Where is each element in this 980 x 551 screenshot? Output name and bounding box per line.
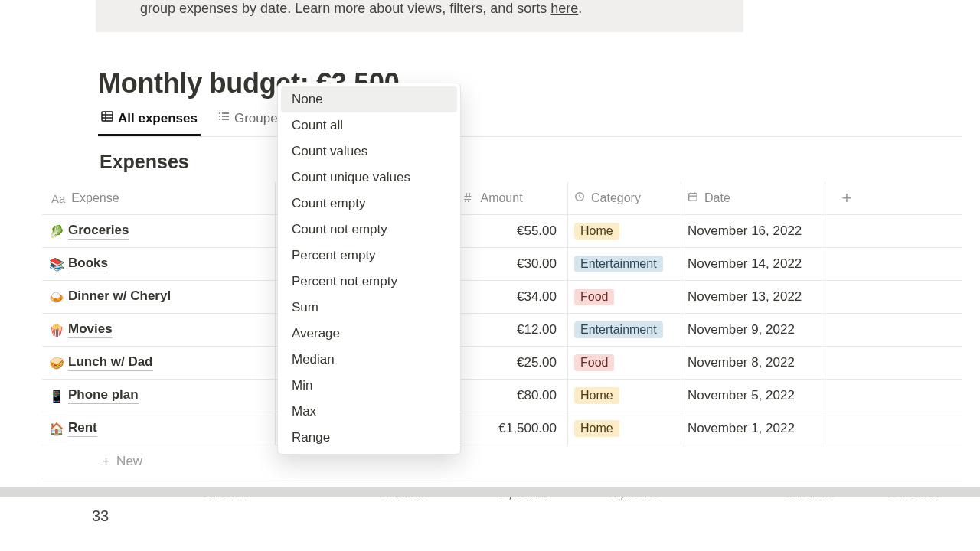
cell-title[interactable]: 🍿Movies xyxy=(42,314,276,346)
menu-item-min[interactable]: Min xyxy=(281,373,457,399)
cell-date[interactable]: November 16, 2022 xyxy=(681,215,825,247)
cell-date[interactable]: November 1, 2022 xyxy=(681,412,825,445)
cell-date[interactable]: November 14, 2022 xyxy=(681,248,825,280)
row-title: Movies xyxy=(68,321,113,338)
menu-item-count-all[interactable]: Count all xyxy=(281,112,457,139)
row-title: Groceries xyxy=(68,223,129,240)
cell-title[interactable]: 🥬Groceries xyxy=(42,215,276,247)
table-row[interactable]: 🍛Dinner w/ Cheryl€34.00€34.00FoodNovembe… xyxy=(42,281,962,314)
menu-item-count-not-empty[interactable]: Count not empty xyxy=(281,217,457,243)
aggregate-menu: NoneCount allCount valuesCount unique va… xyxy=(277,83,461,455)
cell-amount[interactable]: €25.00 xyxy=(458,347,568,379)
menu-item-count-unique-values[interactable]: Count unique values xyxy=(281,165,457,191)
cell-trailing xyxy=(825,347,868,379)
cell-title[interactable]: 📚Books xyxy=(42,248,276,280)
table-header: Aa Expense # Budget # Amount Category xyxy=(42,182,962,215)
svg-rect-9 xyxy=(222,119,229,120)
menu-item-sum[interactable]: Sum xyxy=(281,295,457,321)
category-tag: Entertainment xyxy=(574,321,663,338)
cell-amount[interactable]: €80.00 xyxy=(458,380,568,412)
menu-item-count-values[interactable]: Count values xyxy=(281,139,457,165)
menu-item-percent-not-empty[interactable]: Percent not empty xyxy=(281,269,457,295)
row-emoji: 🥪 xyxy=(48,356,65,370)
menu-item-median[interactable]: Median xyxy=(281,347,457,373)
page-title: Monthly budget: €3,500 xyxy=(98,67,962,99)
table-row[interactable]: 🍿Movies€15.00€12.00EntertainmentNovember… xyxy=(42,314,962,347)
svg-rect-8 xyxy=(222,116,229,117)
cell-category[interactable]: Food xyxy=(568,347,681,379)
cell-trailing xyxy=(825,314,868,346)
hash-icon: # xyxy=(464,191,471,206)
view-tabs: All expenses Grouped xyxy=(98,106,962,137)
row-emoji: 🍛 xyxy=(48,290,65,305)
column-expense[interactable]: Aa Expense xyxy=(42,182,276,214)
cell-amount[interactable]: €34.00 xyxy=(458,281,568,313)
new-row-button[interactable]: + New xyxy=(42,445,962,478)
row-title: Dinner w/ Cheryl xyxy=(68,289,171,305)
table-row[interactable]: 📚Books€75.00€30.00EntertainmentNovember … xyxy=(42,248,962,281)
svg-point-4 xyxy=(219,112,220,114)
cell-trailing xyxy=(825,215,868,247)
cell-trailing xyxy=(825,281,868,313)
cell-amount[interactable]: €1,500.00 xyxy=(458,412,568,445)
column-category[interactable]: Category xyxy=(568,182,681,214)
cell-title[interactable]: 🍛Dinner w/ Cheryl xyxy=(42,281,276,313)
page-divider xyxy=(0,487,980,497)
cell-category[interactable]: Home xyxy=(568,215,681,247)
menu-item-range[interactable]: Range xyxy=(281,425,457,451)
plus-icon: + xyxy=(102,453,110,470)
cell-trailing xyxy=(825,380,868,412)
list-icon xyxy=(217,110,230,126)
cell-title[interactable]: 🥪Lunch w/ Dad xyxy=(42,347,276,379)
cell-amount[interactable]: €55.00 xyxy=(458,215,568,247)
column-date[interactable]: Date xyxy=(681,182,825,214)
row-emoji: 🥬 xyxy=(48,224,65,239)
column-amount[interactable]: # Amount xyxy=(458,182,568,214)
cell-trailing xyxy=(825,248,868,280)
database-table: Aa Expense # Budget # Amount Category xyxy=(42,182,962,500)
cell-category[interactable]: Food xyxy=(568,281,681,313)
cell-date[interactable]: November 9, 2022 xyxy=(681,314,825,346)
cell-category[interactable]: Entertainment xyxy=(568,314,681,346)
category-tag: Home xyxy=(574,387,619,404)
menu-item-max[interactable]: Max xyxy=(281,399,457,425)
cell-category[interactable]: Entertainment xyxy=(568,248,681,280)
menu-item-average[interactable]: Average xyxy=(281,321,457,347)
table-row[interactable]: 🥪Lunch w/ Dad€20.00€25.00FoodNovember 8,… xyxy=(42,347,962,380)
menu-item-count-empty[interactable]: Count empty xyxy=(281,191,457,217)
menu-item-none[interactable]: None xyxy=(281,86,457,112)
cell-amount[interactable]: €12.00 xyxy=(458,314,568,346)
svg-rect-11 xyxy=(689,194,697,201)
cell-category[interactable]: Home xyxy=(568,412,681,445)
cell-date[interactable]: November 5, 2022 xyxy=(681,380,825,412)
cell-title[interactable]: 🏠Rent xyxy=(42,412,276,445)
row-title: Rent xyxy=(68,420,97,437)
svg-point-5 xyxy=(219,116,220,117)
menu-item-percent-empty[interactable]: Percent empty xyxy=(281,243,457,269)
row-emoji: 🏠 xyxy=(48,422,65,436)
row-title: Books xyxy=(68,256,108,272)
plus-icon: + xyxy=(842,188,852,208)
table-row[interactable]: 🏠Rent€1,500.00€1,500.00HomeNovember 1, 2… xyxy=(42,412,962,445)
cell-title[interactable]: 📱Phone plan xyxy=(42,380,276,412)
new-label: New xyxy=(116,454,142,469)
table-row[interactable]: 🥬Groceries€63.00€55.00HomeNovember 16, 2… xyxy=(42,215,962,248)
tab-all-expenses[interactable]: All expenses xyxy=(98,106,201,136)
svg-rect-0 xyxy=(102,112,113,121)
category-tag: Home xyxy=(574,420,619,437)
svg-rect-7 xyxy=(222,112,229,114)
cell-trailing xyxy=(825,412,868,445)
tab-label: All expenses xyxy=(118,111,198,126)
add-column[interactable]: + xyxy=(825,182,868,214)
row-emoji: 🍿 xyxy=(48,323,65,337)
cell-category[interactable]: Home xyxy=(568,380,681,412)
table-row[interactable]: 📱Phone plan€80.00€80.00HomeNovember 5, 2… xyxy=(42,380,962,412)
calendar-icon xyxy=(688,191,698,205)
cell-date[interactable]: November 8, 2022 xyxy=(681,347,825,379)
cell-amount[interactable]: €30.00 xyxy=(458,248,568,280)
category-tag: Food xyxy=(574,289,614,305)
banner-link[interactable]: here xyxy=(550,1,578,16)
section-title: Expenses xyxy=(100,151,962,173)
banner-text: group expenses by date. Learn more about… xyxy=(140,1,550,16)
cell-date[interactable]: November 13, 2022 xyxy=(681,281,825,313)
